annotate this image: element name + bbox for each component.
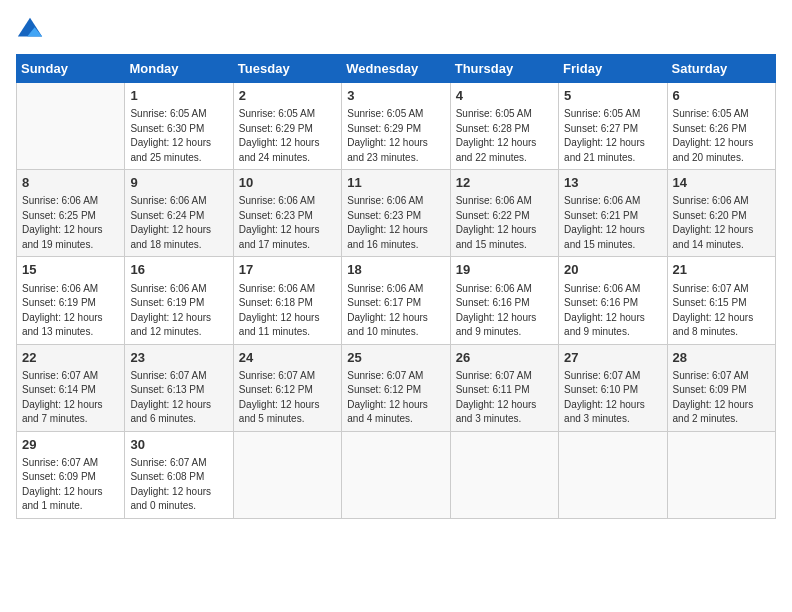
calendar-cell: 21Sunrise: 6:07 AMSunset: 6:15 PMDayligh…	[667, 257, 775, 344]
header-day: Friday	[559, 55, 667, 83]
day-info: Sunrise: 6:07 AMSunset: 6:08 PMDaylight:…	[130, 456, 227, 514]
header-day: Monday	[125, 55, 233, 83]
day-number: 26	[456, 349, 553, 367]
calendar-week-row: 29Sunrise: 6:07 AMSunset: 6:09 PMDayligh…	[17, 431, 776, 518]
day-info: Sunrise: 6:06 AMSunset: 6:18 PMDaylight:…	[239, 282, 336, 340]
logo	[16, 16, 48, 44]
calendar-cell: 9Sunrise: 6:06 AMSunset: 6:24 PMDaylight…	[125, 170, 233, 257]
header-day: Wednesday	[342, 55, 450, 83]
calendar-cell	[559, 431, 667, 518]
day-number: 3	[347, 87, 444, 105]
calendar-cell: 27Sunrise: 6:07 AMSunset: 6:10 PMDayligh…	[559, 344, 667, 431]
calendar-cell: 25Sunrise: 6:07 AMSunset: 6:12 PMDayligh…	[342, 344, 450, 431]
header-day: Thursday	[450, 55, 558, 83]
day-number: 8	[22, 174, 119, 192]
day-number: 23	[130, 349, 227, 367]
calendar-cell	[342, 431, 450, 518]
day-info: Sunrise: 6:07 AMSunset: 6:13 PMDaylight:…	[130, 369, 227, 427]
logo-icon	[16, 16, 44, 44]
calendar-cell: 16Sunrise: 6:06 AMSunset: 6:19 PMDayligh…	[125, 257, 233, 344]
day-number: 17	[239, 261, 336, 279]
calendar-cell: 19Sunrise: 6:06 AMSunset: 6:16 PMDayligh…	[450, 257, 558, 344]
calendar-cell: 22Sunrise: 6:07 AMSunset: 6:14 PMDayligh…	[17, 344, 125, 431]
calendar-cell: 8Sunrise: 6:06 AMSunset: 6:25 PMDaylight…	[17, 170, 125, 257]
calendar-cell: 3Sunrise: 6:05 AMSunset: 6:29 PMDaylight…	[342, 83, 450, 170]
header-day: Sunday	[17, 55, 125, 83]
day-number: 11	[347, 174, 444, 192]
calendar-cell: 13Sunrise: 6:06 AMSunset: 6:21 PMDayligh…	[559, 170, 667, 257]
day-info: Sunrise: 6:07 AMSunset: 6:09 PMDaylight:…	[22, 456, 119, 514]
calendar-cell: 26Sunrise: 6:07 AMSunset: 6:11 PMDayligh…	[450, 344, 558, 431]
day-number: 6	[673, 87, 770, 105]
calendar-cell: 11Sunrise: 6:06 AMSunset: 6:23 PMDayligh…	[342, 170, 450, 257]
day-number: 9	[130, 174, 227, 192]
day-number: 19	[456, 261, 553, 279]
day-info: Sunrise: 6:06 AMSunset: 6:24 PMDaylight:…	[130, 194, 227, 252]
day-number: 12	[456, 174, 553, 192]
day-number: 25	[347, 349, 444, 367]
calendar-week-row: 1Sunrise: 6:05 AMSunset: 6:30 PMDaylight…	[17, 83, 776, 170]
calendar-cell: 10Sunrise: 6:06 AMSunset: 6:23 PMDayligh…	[233, 170, 341, 257]
day-number: 16	[130, 261, 227, 279]
day-number: 15	[22, 261, 119, 279]
day-info: Sunrise: 6:07 AMSunset: 6:12 PMDaylight:…	[347, 369, 444, 427]
calendar-body: 1Sunrise: 6:05 AMSunset: 6:30 PMDaylight…	[17, 83, 776, 519]
header-day: Saturday	[667, 55, 775, 83]
calendar-header: SundayMondayTuesdayWednesdayThursdayFrid…	[17, 55, 776, 83]
calendar-cell: 30Sunrise: 6:07 AMSunset: 6:08 PMDayligh…	[125, 431, 233, 518]
calendar-cell: 17Sunrise: 6:06 AMSunset: 6:18 PMDayligh…	[233, 257, 341, 344]
calendar-cell: 29Sunrise: 6:07 AMSunset: 6:09 PMDayligh…	[17, 431, 125, 518]
calendar-cell: 1Sunrise: 6:05 AMSunset: 6:30 PMDaylight…	[125, 83, 233, 170]
header-row: SundayMondayTuesdayWednesdayThursdayFrid…	[17, 55, 776, 83]
calendar-cell: 14Sunrise: 6:06 AMSunset: 6:20 PMDayligh…	[667, 170, 775, 257]
header-day: Tuesday	[233, 55, 341, 83]
day-number: 21	[673, 261, 770, 279]
calendar-cell: 4Sunrise: 6:05 AMSunset: 6:28 PMDaylight…	[450, 83, 558, 170]
calendar-cell: 2Sunrise: 6:05 AMSunset: 6:29 PMDaylight…	[233, 83, 341, 170]
calendar-cell: 24Sunrise: 6:07 AMSunset: 6:12 PMDayligh…	[233, 344, 341, 431]
day-number: 18	[347, 261, 444, 279]
day-info: Sunrise: 6:07 AMSunset: 6:10 PMDaylight:…	[564, 369, 661, 427]
day-number: 10	[239, 174, 336, 192]
day-number: 1	[130, 87, 227, 105]
calendar-cell: 15Sunrise: 6:06 AMSunset: 6:19 PMDayligh…	[17, 257, 125, 344]
day-info: Sunrise: 6:06 AMSunset: 6:23 PMDaylight:…	[239, 194, 336, 252]
day-number: 24	[239, 349, 336, 367]
day-info: Sunrise: 6:05 AMSunset: 6:26 PMDaylight:…	[673, 107, 770, 165]
day-info: Sunrise: 6:06 AMSunset: 6:17 PMDaylight:…	[347, 282, 444, 340]
calendar-cell: 6Sunrise: 6:05 AMSunset: 6:26 PMDaylight…	[667, 83, 775, 170]
calendar-cell: 18Sunrise: 6:06 AMSunset: 6:17 PMDayligh…	[342, 257, 450, 344]
calendar-cell: 23Sunrise: 6:07 AMSunset: 6:13 PMDayligh…	[125, 344, 233, 431]
day-info: Sunrise: 6:07 AMSunset: 6:11 PMDaylight:…	[456, 369, 553, 427]
day-info: Sunrise: 6:07 AMSunset: 6:15 PMDaylight:…	[673, 282, 770, 340]
calendar-cell: 20Sunrise: 6:06 AMSunset: 6:16 PMDayligh…	[559, 257, 667, 344]
day-number: 28	[673, 349, 770, 367]
day-number: 30	[130, 436, 227, 454]
day-number: 29	[22, 436, 119, 454]
day-number: 4	[456, 87, 553, 105]
day-info: Sunrise: 6:07 AMSunset: 6:14 PMDaylight:…	[22, 369, 119, 427]
calendar-week-row: 15Sunrise: 6:06 AMSunset: 6:19 PMDayligh…	[17, 257, 776, 344]
day-info: Sunrise: 6:06 AMSunset: 6:20 PMDaylight:…	[673, 194, 770, 252]
day-info: Sunrise: 6:05 AMSunset: 6:30 PMDaylight:…	[130, 107, 227, 165]
day-info: Sunrise: 6:06 AMSunset: 6:22 PMDaylight:…	[456, 194, 553, 252]
calendar-cell	[17, 83, 125, 170]
day-info: Sunrise: 6:05 AMSunset: 6:27 PMDaylight:…	[564, 107, 661, 165]
day-info: Sunrise: 6:05 AMSunset: 6:29 PMDaylight:…	[239, 107, 336, 165]
day-info: Sunrise: 6:07 AMSunset: 6:12 PMDaylight:…	[239, 369, 336, 427]
day-number: 5	[564, 87, 661, 105]
calendar-cell	[233, 431, 341, 518]
day-info: Sunrise: 6:06 AMSunset: 6:19 PMDaylight:…	[130, 282, 227, 340]
day-info: Sunrise: 6:06 AMSunset: 6:23 PMDaylight:…	[347, 194, 444, 252]
calendar-cell	[667, 431, 775, 518]
day-number: 2	[239, 87, 336, 105]
day-number: 27	[564, 349, 661, 367]
day-number: 14	[673, 174, 770, 192]
page-header	[16, 16, 776, 44]
day-number: 13	[564, 174, 661, 192]
day-info: Sunrise: 6:06 AMSunset: 6:25 PMDaylight:…	[22, 194, 119, 252]
day-info: Sunrise: 6:05 AMSunset: 6:29 PMDaylight:…	[347, 107, 444, 165]
day-info: Sunrise: 6:06 AMSunset: 6:21 PMDaylight:…	[564, 194, 661, 252]
day-info: Sunrise: 6:05 AMSunset: 6:28 PMDaylight:…	[456, 107, 553, 165]
day-info: Sunrise: 6:06 AMSunset: 6:16 PMDaylight:…	[456, 282, 553, 340]
